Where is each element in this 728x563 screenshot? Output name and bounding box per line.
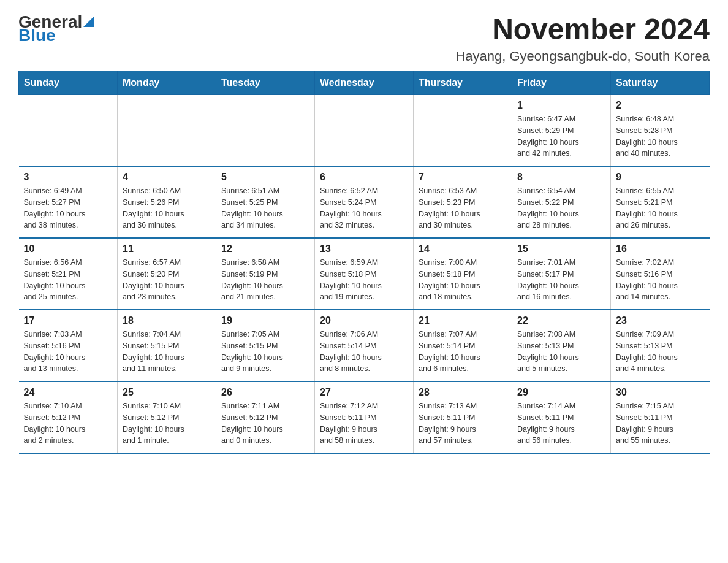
- day-number: 10: [24, 243, 113, 255]
- logo-triangle-icon: [83, 16, 94, 27]
- day-info: Sunrise: 7:13 AM Sunset: 5:11 PM Dayligh…: [419, 400, 507, 446]
- calendar-week-row: 24Sunrise: 7:10 AM Sunset: 5:12 PM Dayli…: [19, 381, 710, 453]
- day-info: Sunrise: 7:05 AM Sunset: 5:15 PM Dayligh…: [221, 329, 309, 375]
- calendar-cell: 15Sunrise: 7:01 AM Sunset: 5:17 PM Dayli…: [512, 238, 611, 310]
- day-number: 13: [320, 243, 408, 255]
- weekday-header-saturday: Saturday: [611, 71, 710, 95]
- weekday-header-friday: Friday: [512, 71, 611, 95]
- weekday-header-tuesday: Tuesday: [216, 71, 315, 95]
- calendar-cell: 28Sunrise: 7:13 AM Sunset: 5:11 PM Dayli…: [414, 381, 512, 453]
- page-title: November 2024: [455, 12, 710, 46]
- day-info: Sunrise: 6:52 AM Sunset: 5:24 PM Dayligh…: [320, 185, 408, 231]
- day-info: Sunrise: 7:02 AM Sunset: 5:16 PM Dayligh…: [616, 257, 705, 303]
- calendar-cell: 8Sunrise: 6:54 AM Sunset: 5:22 PM Daylig…: [512, 166, 611, 238]
- day-info: Sunrise: 7:10 AM Sunset: 5:12 PM Dayligh…: [24, 400, 113, 446]
- calendar-cell: 18Sunrise: 7:04 AM Sunset: 5:15 PM Dayli…: [118, 310, 216, 381]
- calendar-week-row: 17Sunrise: 7:03 AM Sunset: 5:16 PM Dayli…: [19, 310, 710, 381]
- calendar-cell: 3Sunrise: 6:49 AM Sunset: 5:27 PM Daylig…: [19, 166, 118, 238]
- calendar-cell: 25Sunrise: 7:10 AM Sunset: 5:12 PM Dayli…: [118, 381, 216, 453]
- calendar-cell: 6Sunrise: 6:52 AM Sunset: 5:24 PM Daylig…: [315, 166, 414, 238]
- day-info: Sunrise: 7:09 AM Sunset: 5:13 PM Dayligh…: [616, 329, 705, 375]
- weekday-header-wednesday: Wednesday: [315, 71, 414, 95]
- day-number: 5: [221, 172, 309, 183]
- calendar-cell: 1Sunrise: 6:47 AM Sunset: 5:29 PM Daylig…: [512, 95, 611, 167]
- page-subtitle: Hayang, Gyeongsangbuk-do, South Korea: [455, 48, 710, 64]
- day-info: Sunrise: 7:04 AM Sunset: 5:15 PM Dayligh…: [123, 329, 211, 375]
- day-info: Sunrise: 6:50 AM Sunset: 5:26 PM Dayligh…: [123, 185, 211, 231]
- weekday-header-sunday: Sunday: [19, 71, 118, 95]
- calendar-cell: 17Sunrise: 7:03 AM Sunset: 5:16 PM Dayli…: [19, 310, 118, 381]
- day-number: 27: [320, 387, 408, 398]
- calendar-cell: 5Sunrise: 6:51 AM Sunset: 5:25 PM Daylig…: [216, 166, 315, 238]
- day-number: 24: [24, 387, 113, 398]
- calendar-cell: 7Sunrise: 6:53 AM Sunset: 5:23 PM Daylig…: [414, 166, 512, 238]
- day-number: 16: [616, 243, 705, 255]
- calendar-cell: 14Sunrise: 7:00 AM Sunset: 5:18 PM Dayli…: [414, 238, 512, 310]
- day-number: 23: [616, 315, 705, 326]
- calendar-cell: 16Sunrise: 7:02 AM Sunset: 5:16 PM Dayli…: [611, 238, 710, 310]
- day-info: Sunrise: 6:51 AM Sunset: 5:25 PM Dayligh…: [221, 185, 309, 231]
- calendar-cell: 29Sunrise: 7:14 AM Sunset: 5:11 PM Dayli…: [512, 381, 611, 453]
- day-number: 15: [517, 243, 605, 255]
- calendar-cell: 27Sunrise: 7:12 AM Sunset: 5:11 PM Dayli…: [315, 381, 414, 453]
- day-number: 8: [517, 172, 605, 183]
- calendar-cell: 26Sunrise: 7:11 AM Sunset: 5:12 PM Dayli…: [216, 381, 315, 453]
- day-number: 30: [616, 387, 705, 398]
- day-info: Sunrise: 7:06 AM Sunset: 5:14 PM Dayligh…: [320, 329, 408, 375]
- day-info: Sunrise: 6:48 AM Sunset: 5:28 PM Dayligh…: [616, 113, 705, 159]
- day-info: Sunrise: 7:12 AM Sunset: 5:11 PM Dayligh…: [320, 400, 408, 446]
- day-info: Sunrise: 6:59 AM Sunset: 5:18 PM Dayligh…: [320, 257, 408, 303]
- day-info: Sunrise: 6:58 AM Sunset: 5:19 PM Dayligh…: [221, 257, 309, 303]
- day-info: Sunrise: 6:55 AM Sunset: 5:21 PM Dayligh…: [616, 185, 705, 231]
- day-info: Sunrise: 6:49 AM Sunset: 5:27 PM Dayligh…: [24, 185, 113, 231]
- calendar-header-row: SundayMondayTuesdayWednesdayThursdayFrid…: [19, 71, 710, 95]
- logo: General Blue: [18, 12, 94, 45]
- day-number: 25: [123, 387, 211, 398]
- day-info: Sunrise: 7:07 AM Sunset: 5:14 PM Dayligh…: [419, 329, 507, 375]
- day-number: 26: [221, 387, 309, 398]
- calendar-cell: 30Sunrise: 7:15 AM Sunset: 5:11 PM Dayli…: [611, 381, 710, 453]
- calendar-cell: [414, 95, 512, 167]
- calendar-cell: 22Sunrise: 7:08 AM Sunset: 5:13 PM Dayli…: [512, 310, 611, 381]
- day-info: Sunrise: 7:14 AM Sunset: 5:11 PM Dayligh…: [517, 400, 605, 446]
- calendar-cell: 21Sunrise: 7:07 AM Sunset: 5:14 PM Dayli…: [414, 310, 512, 381]
- day-number: 28: [419, 387, 507, 398]
- day-info: Sunrise: 7:11 AM Sunset: 5:12 PM Dayligh…: [221, 400, 309, 446]
- title-block: November 2024 Hayang, Gyeongsangbuk-do, …: [455, 12, 710, 64]
- day-number: 6: [320, 172, 408, 183]
- day-info: Sunrise: 6:47 AM Sunset: 5:29 PM Dayligh…: [517, 113, 605, 159]
- calendar-cell: 24Sunrise: 7:10 AM Sunset: 5:12 PM Dayli…: [19, 381, 118, 453]
- day-number: 20: [320, 315, 408, 326]
- day-info: Sunrise: 7:08 AM Sunset: 5:13 PM Dayligh…: [517, 329, 605, 375]
- day-number: 21: [419, 315, 507, 326]
- calendar-cell: 9Sunrise: 6:55 AM Sunset: 5:21 PM Daylig…: [611, 166, 710, 238]
- calendar-cell: [19, 95, 118, 167]
- day-number: 3: [24, 172, 113, 183]
- day-number: 11: [123, 243, 211, 255]
- day-number: 7: [419, 172, 507, 183]
- logo-blue: Blue: [18, 26, 56, 45]
- calendar-week-row: 1Sunrise: 6:47 AM Sunset: 5:29 PM Daylig…: [19, 95, 710, 167]
- calendar-week-row: 3Sunrise: 6:49 AM Sunset: 5:27 PM Daylig…: [19, 166, 710, 238]
- day-number: 19: [221, 315, 309, 326]
- calendar-cell: 2Sunrise: 6:48 AM Sunset: 5:28 PM Daylig…: [611, 95, 710, 167]
- day-info: Sunrise: 7:15 AM Sunset: 5:11 PM Dayligh…: [616, 400, 705, 446]
- day-info: Sunrise: 7:03 AM Sunset: 5:16 PM Dayligh…: [24, 329, 113, 375]
- day-number: 2: [616, 100, 705, 111]
- calendar-cell: 13Sunrise: 6:59 AM Sunset: 5:18 PM Dayli…: [315, 238, 414, 310]
- calendar-cell: 4Sunrise: 6:50 AM Sunset: 5:26 PM Daylig…: [118, 166, 216, 238]
- calendar-cell: 10Sunrise: 6:56 AM Sunset: 5:21 PM Dayli…: [19, 238, 118, 310]
- calendar-cell: 20Sunrise: 7:06 AM Sunset: 5:14 PM Dayli…: [315, 310, 414, 381]
- day-info: Sunrise: 6:53 AM Sunset: 5:23 PM Dayligh…: [419, 185, 507, 231]
- day-number: 12: [221, 243, 309, 255]
- day-number: 22: [517, 315, 605, 326]
- day-number: 9: [616, 172, 705, 183]
- weekday-header-thursday: Thursday: [414, 71, 512, 95]
- calendar-cell: 12Sunrise: 6:58 AM Sunset: 5:19 PM Dayli…: [216, 238, 315, 310]
- calendar-cell: [118, 95, 216, 167]
- day-info: Sunrise: 6:56 AM Sunset: 5:21 PM Dayligh…: [24, 257, 113, 303]
- calendar-cell: [315, 95, 414, 167]
- day-info: Sunrise: 7:00 AM Sunset: 5:18 PM Dayligh…: [419, 257, 507, 303]
- page-header: General Blue November 2024 Hayang, Gyeon…: [18, 12, 710, 64]
- day-info: Sunrise: 7:10 AM Sunset: 5:12 PM Dayligh…: [123, 400, 211, 446]
